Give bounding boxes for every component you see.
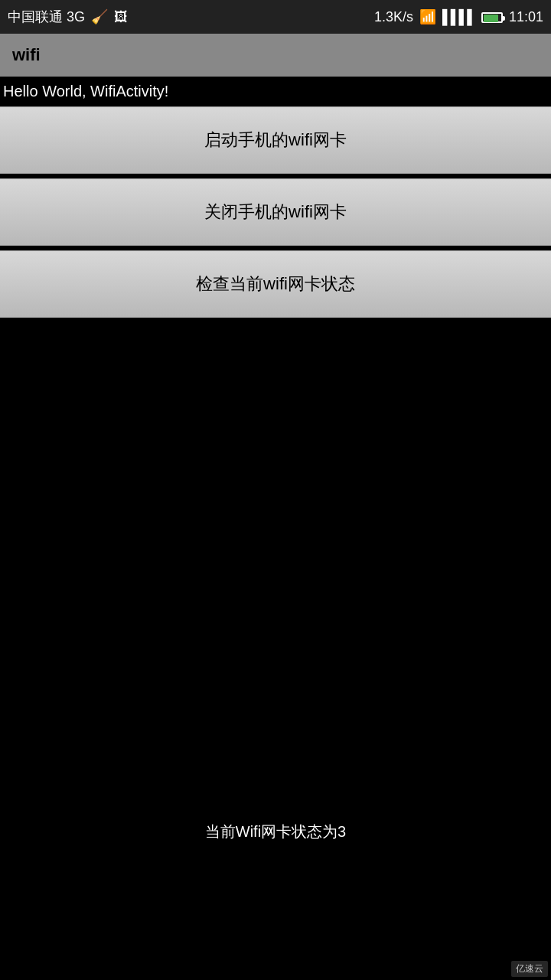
broom-icon: 🧹 <box>91 8 108 25</box>
watermark-label: 亿速云 <box>511 961 548 977</box>
status-bar-right: 1.3K/s 📶 ▌▌▌▌ 11:01 <box>374 8 543 25</box>
status-bar: 中国联通 3G 🧹 🖼 1.3K/s 📶 ▌▌▌▌ 11:01 <box>0 0 551 34</box>
wifi-status-text: 当前Wifi网卡状态为3 <box>0 822 551 842</box>
status-bar-left: 中国联通 3G 🧹 🖼 <box>8 8 128 26</box>
image-icon: 🖼 <box>114 9 128 25</box>
title-bar: wifi <box>0 34 551 77</box>
button-container: 启动手机的wifi网卡 关闭手机的wifi网卡 检查当前wifi网卡状态 <box>0 106 551 318</box>
carrier-text: 中国联通 3G <box>8 8 85 26</box>
speed-text: 1.3K/s <box>374 9 413 25</box>
time-text: 11:01 <box>509 9 543 25</box>
page-title: wifi <box>12 45 41 65</box>
battery-indicator <box>481 9 503 25</box>
check-wifi-button[interactable]: 检查当前wifi网卡状态 <box>0 250 551 318</box>
hello-text: Hello World, WifiActivity! <box>0 77 551 106</box>
signal-icon: ▌▌▌▌ <box>442 9 475 25</box>
enable-wifi-button[interactable]: 启动手机的wifi网卡 <box>0 106 551 174</box>
content-area: Hello World, WifiActivity! 启动手机的wifi网卡 关… <box>0 77 551 980</box>
disable-wifi-button[interactable]: 关闭手机的wifi网卡 <box>0 178 551 246</box>
wifi-icon: 📶 <box>419 8 436 25</box>
